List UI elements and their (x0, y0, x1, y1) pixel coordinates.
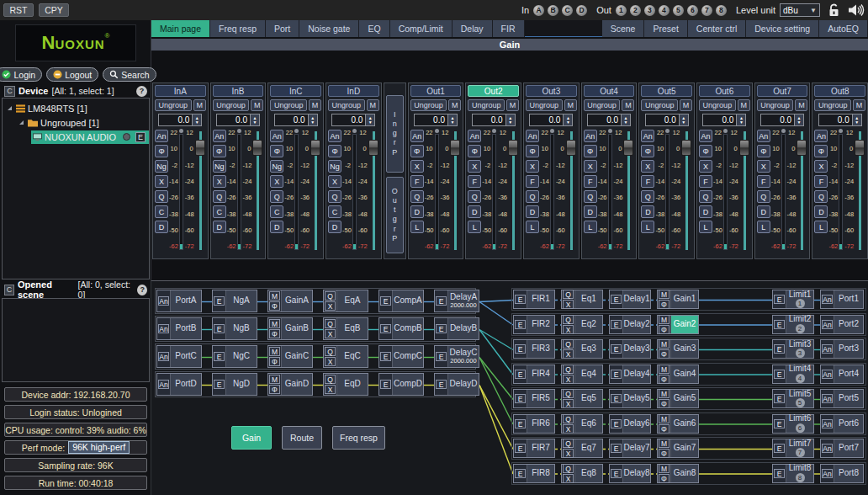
dsp-button-f-out1[interactable]: F (410, 175, 424, 188)
out-badge-3[interactable]: 3 (644, 5, 655, 16)
dsp-button-q-out3[interactable]: Q (526, 190, 539, 203)
ungroup-button-out7[interactable]: Ungroup (757, 99, 794, 111)
gain-fader-ina[interactable] (194, 130, 206, 250)
dsp-button-φ-out4[interactable]: Φ (584, 145, 597, 157)
dsp-block-gain2[interactable]: MΦGain2 (657, 315, 699, 334)
gain-spinner-out1[interactable]: 0.0▲▼ (414, 114, 458, 126)
ungroup-button-inc[interactable]: Ungroup (270, 99, 307, 111)
tab-device-setting[interactable]: Device setting (746, 20, 819, 37)
dsp-button-x-ind[interactable]: X (328, 175, 341, 188)
device-collapse-button[interactable]: C (4, 86, 15, 97)
dsp-button-q-ind[interactable]: Q (328, 190, 341, 203)
dsp-block-delayb[interactable]: EDelayB (434, 317, 479, 340)
dsp-block-fir7[interactable]: EFIR7 (513, 439, 555, 458)
dsp-button-d-out4[interactable]: D (584, 205, 597, 218)
dsp-block-porta[interactable]: AnPortA (156, 290, 202, 312)
channel-header-inb[interactable]: InB (213, 85, 264, 97)
expand-triangle-icon[interactable] (19, 120, 24, 125)
dsp-block-eq3[interactable]: QXEq3 (561, 339, 603, 359)
dsp-block-port6[interactable]: AnPort6 (820, 414, 864, 434)
dsp-button-φ-inb[interactable]: Φ (213, 145, 226, 157)
channel-header-ind[interactable]: InD (328, 85, 379, 97)
mute-button-inc[interactable]: M (309, 99, 321, 111)
dsp-button-x-inb[interactable]: X (213, 175, 226, 188)
ungroup-button-out4[interactable]: Ungroup (584, 99, 621, 111)
dsp-block-gain1[interactable]: MΦGain1 (657, 290, 699, 309)
dsp-block-eq8[interactable]: QXEq8 (561, 464, 603, 483)
tab-freq-resp[interactable]: Freq resp (210, 20, 266, 37)
dsp-button-x-inc[interactable]: X (270, 175, 283, 188)
channel-header-out8[interactable]: Out8 (814, 85, 865, 97)
dsp-button-d-ind[interactable]: D (328, 221, 341, 233)
dsp-button-f-out6[interactable]: F (699, 175, 712, 188)
login-button[interactable]: Login (0, 67, 42, 82)
mute-button-out2[interactable]: M (506, 99, 519, 111)
ungroup-button-out2[interactable]: Ungroup (468, 99, 505, 111)
gain-spinner-out4[interactable]: 0.0▲▼ (587, 114, 631, 126)
dsp-block-limit3[interactable]: ELimit33 (772, 339, 814, 359)
dsp-button-f-out5[interactable]: F (641, 175, 654, 188)
dsp-block-gain4[interactable]: MΦGain4 (657, 365, 699, 384)
spinner-arrows[interactable]: ▲▼ (365, 114, 374, 125)
dsp-block-delaya[interactable]: EDelayA2000.000 (434, 290, 479, 312)
volume-icon[interactable] (848, 3, 865, 17)
gain-spinner-inb[interactable]: 0.0▲▼ (216, 114, 260, 126)
dsp-button-q-out4[interactable]: Q (584, 190, 597, 203)
dsp-button-q-inb[interactable]: Q (213, 190, 226, 203)
tab-main-page[interactable]: Main page (151, 20, 210, 37)
dsp-button-φ-out7[interactable]: Φ (757, 145, 770, 157)
dsp-button-φ-out6[interactable]: Φ (699, 145, 712, 157)
ungroup-button-inb[interactable]: Ungroup (213, 99, 250, 111)
dsp-button-f-out2[interactable]: F (468, 175, 481, 188)
dsp-block-gaina[interactable]: MΦGainA (267, 290, 313, 312)
dsp-button-φ-ina[interactable]: Φ (155, 145, 168, 157)
dsp-button-an-out5[interactable]: An (641, 130, 654, 142)
dsp-button-ng-inc[interactable]: Ng (270, 160, 283, 173)
mute-button-inb[interactable]: M (251, 99, 263, 111)
dsp-block-port3[interactable]: AnPort3 (820, 339, 864, 359)
dsp-block-port7[interactable]: AnPort7 (820, 439, 864, 458)
lock-icon[interactable] (828, 3, 840, 17)
dsp-block-limit8[interactable]: ELimit88 (772, 464, 814, 483)
out-group-button[interactable]: OutgrP (386, 177, 404, 254)
dsp-block-ngc[interactable]: ENgC (212, 345, 257, 368)
dsp-button-x-out4[interactable]: X (584, 160, 597, 173)
fader-knob[interactable] (623, 140, 633, 156)
dsp-button-f-out7[interactable]: F (757, 175, 770, 188)
dsp-block-gain8[interactable]: MΦGain8 (657, 464, 699, 483)
dsp-block-delay3[interactable]: EDelay3 (609, 339, 651, 359)
dsp-button-d-out6[interactable]: D (699, 205, 712, 218)
dsp-button-ng-inb[interactable]: Ng (213, 160, 226, 173)
in-badge-d[interactable]: D (576, 5, 587, 16)
channel-header-out5[interactable]: Out5 (641, 85, 692, 97)
dsp-block-compc[interactable]: ECompC (378, 345, 424, 368)
channel-header-out7[interactable]: Out7 (757, 85, 808, 97)
gain-spinner-out8[interactable]: 0.0▲▼ (818, 114, 862, 126)
dsp-button-c-inc[interactable]: C (270, 205, 283, 218)
dsp-button-d-out7[interactable]: D (757, 205, 770, 218)
spinner-arrows[interactable]: ▲▼ (192, 114, 201, 125)
dsp-block-gain3[interactable]: MΦGain3 (657, 339, 699, 359)
gain-spinner-ina[interactable]: 0.0▲▼ (158, 114, 202, 126)
dsp-button-ng-ind[interactable]: Ng (328, 160, 341, 173)
spinner-arrows[interactable]: ▲▼ (736, 114, 745, 125)
dsp-block-delay6[interactable]: EDelay6 (609, 414, 651, 434)
dsp-block-compd[interactable]: ECompD (378, 373, 424, 396)
out-badge-7[interactable]: 7 (701, 5, 712, 16)
dsp-block-fir2[interactable]: EFIR2 (513, 315, 555, 334)
dsp-block-delay4[interactable]: EDelay4 (609, 365, 651, 384)
dsp-block-limit7[interactable]: ELimit77 (772, 439, 814, 458)
mute-button-out7[interactable]: M (795, 99, 807, 111)
spinner-arrows[interactable]: ▲▼ (679, 114, 688, 125)
ungroup-button-out6[interactable]: Ungroup (699, 99, 736, 111)
dsp-button-q-out7[interactable]: Q (757, 190, 770, 203)
dsp-block-limit4[interactable]: ELimit44 (772, 365, 814, 384)
dsp-block-fir1[interactable]: EFIR1 (513, 290, 555, 309)
spinner-arrows[interactable]: ▲▼ (852, 114, 861, 125)
dsp-button-d-out2[interactable]: D (468, 205, 481, 218)
dsp-block-limit2[interactable]: ELimit22 (772, 315, 814, 334)
dsp-button-x-out1[interactable]: X (410, 160, 424, 173)
dsp-button-q-out6[interactable]: Q (699, 190, 712, 203)
tab-comp-limit[interactable]: Comp/Limit (390, 20, 453, 37)
fader-knob[interactable] (681, 140, 691, 156)
